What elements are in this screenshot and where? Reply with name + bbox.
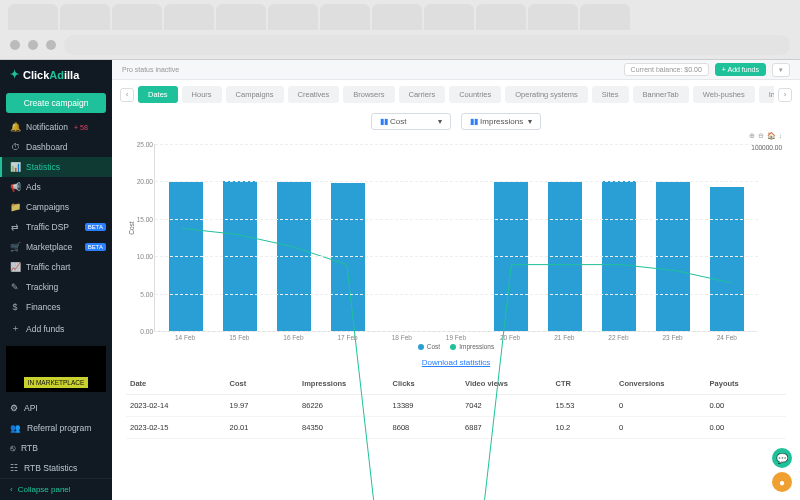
- tab-campaigns[interactable]: Campaigns: [226, 86, 284, 103]
- sidebar-promo[interactable]: IN MARKETPLACE: [6, 346, 106, 392]
- tracking-icon: ✎: [10, 282, 20, 292]
- browser-chrome: [0, 0, 800, 60]
- table-header: Date: [130, 379, 230, 388]
- ads-icon: 📢: [10, 182, 20, 192]
- sidebar-item-ads[interactable]: 📢Ads: [0, 177, 112, 197]
- url-bar[interactable]: [64, 35, 790, 55]
- tab-hours[interactable]: Hours: [182, 86, 222, 103]
- table-header: Conversions: [619, 379, 710, 388]
- tab-web-pushes[interactable]: Web-pushes: [693, 86, 755, 103]
- tab-in-page[interactable]: In-page: [759, 86, 774, 103]
- chart-bar: [710, 187, 744, 331]
- chevron-left-icon: ‹: [10, 485, 13, 494]
- tab-creatives[interactable]: Creatives: [288, 86, 340, 103]
- chart-legend: Cost Impressions: [126, 341, 786, 350]
- chart-selectors: ▮▮ Cost ▾ ▮▮ Impressions ▾: [112, 109, 800, 132]
- logo-icon: ✦: [10, 68, 19, 81]
- user-menu[interactable]: ▾: [772, 63, 790, 77]
- chart-toolbar[interactable]: ⊕⊖🏠↓: [749, 132, 783, 140]
- tab-dates[interactable]: Dates: [138, 86, 178, 103]
- main-content: Pro status inactive Current balance: $0.…: [112, 60, 800, 500]
- chevron-down-icon: ▾: [528, 117, 532, 126]
- tab-operating-systems[interactable]: Operating systems: [505, 86, 588, 103]
- chart-tool[interactable]: ⊕: [749, 132, 755, 140]
- collapse-panel-button[interactable]: ‹ Collapse panel: [0, 478, 112, 500]
- tabs-scroll-right[interactable]: ›: [778, 88, 792, 102]
- create-campaign-button[interactable]: Create campaign: [6, 93, 106, 113]
- sidebar: ✦ ClickAdilla Create campaign 🔔Notificat…: [0, 60, 112, 500]
- table-header: Impressions: [302, 379, 393, 388]
- status-text: Pro status inactive: [122, 66, 179, 73]
- sidebar-item-rtb[interactable]: ⎋RTB: [0, 438, 112, 458]
- topbar: Pro status inactive Current balance: $0.…: [112, 60, 800, 80]
- traffic dsp-icon: ⇄: [10, 222, 20, 232]
- bar-chart-icon: ▮▮: [380, 117, 388, 126]
- chart: 0.005.0010.0015.0020.0025.00 Cost Impres…: [154, 144, 758, 332]
- sidebar-item-referral-program[interactable]: 👥Referral program: [0, 418, 112, 438]
- table-row: 2023-02-1520.01843508608688710.200.00: [126, 417, 786, 439]
- sidebar-item-tracking[interactable]: ✎Tracking: [0, 277, 112, 297]
- sidebar-item-notification[interactable]: 🔔Notification+ 58: [0, 117, 112, 137]
- tab-bannertab[interactable]: BannerTab: [633, 86, 689, 103]
- balance-pill: Current balance: $0.00: [624, 63, 709, 76]
- dashboard-icon: ⏱: [10, 142, 20, 152]
- sidebar-item-campaigns[interactable]: 📁Campaigns: [0, 197, 112, 217]
- browser-url-row: [0, 30, 800, 60]
- table-header: Payouts: [710, 379, 782, 388]
- segment-tabs: ‹ DatesHoursCampaignsCreativesBrowsersCa…: [112, 80, 800, 109]
- promo-tag: IN MARKETPLACE: [24, 377, 89, 388]
- tab-sites[interactable]: Sites: [592, 86, 629, 103]
- add-funds-button[interactable]: + Add funds: [715, 63, 766, 76]
- sidebar-nav: 🔔Notification+ 58⏱Dashboard📊Statistics📢A…: [0, 117, 112, 340]
- sidebar-item-api[interactable]: ⚙API: [0, 398, 112, 418]
- browser-tab-strip: [0, 0, 800, 30]
- tab-countries[interactable]: Countries: [449, 86, 501, 103]
- floating-actions: 💬●: [772, 448, 792, 492]
- chevron-down-icon: ▾: [438, 117, 442, 126]
- table-row: 2023-02-1419.978622613389704215.5300.00: [126, 395, 786, 417]
- table-header: Clicks: [393, 379, 465, 388]
- fab-button[interactable]: ●: [772, 472, 792, 492]
- sidebar-item-marketplace[interactable]: 🛒MarketplaceBETA: [0, 237, 112, 257]
- bar-chart-icon: ▮▮: [470, 117, 478, 126]
- sidebar-item-traffic-chart[interactable]: 📈Traffic chart: [0, 257, 112, 277]
- notification-icon: 🔔: [10, 122, 20, 132]
- table-header: CTR: [556, 379, 619, 388]
- chart-tool[interactable]: 🏠: [767, 132, 776, 140]
- stats-table: DateCostImpressionsClicksVideo viewsCTRC…: [112, 373, 800, 439]
- finances-icon: $: [10, 302, 20, 312]
- y-axis-label: Cost: [128, 221, 135, 234]
- sidebar-item-add-funds[interactable]: ＋Add funds: [0, 317, 112, 340]
- sidebar-item-traffic-dsp[interactable]: ⇄Traffic DSPBETA: [0, 217, 112, 237]
- logo: ✦ ClickAdilla: [0, 60, 112, 89]
- statistics-icon: 📊: [10, 162, 20, 172]
- sidebar-bottom-nav: ⚙API👥Referral program⎋RTB☷RTB Statistics: [0, 398, 112, 478]
- metric-select-impressions[interactable]: ▮▮ Impressions ▾: [461, 113, 541, 130]
- metric-select-cost[interactable]: ▮▮ Cost ▾: [371, 113, 451, 130]
- marketplace-icon: 🛒: [10, 242, 20, 252]
- chart-tool[interactable]: ↓: [779, 132, 783, 140]
- tabs-scroll-left[interactable]: ‹: [120, 88, 134, 102]
- traffic chart-icon: 📈: [10, 262, 20, 272]
- tab-browsers[interactable]: Browsers: [343, 86, 394, 103]
- chart-tool[interactable]: ⊖: [758, 132, 764, 140]
- chart-area: ⊕⊖🏠↓ 100000.00 0.005.0010.0015.0020.0025…: [112, 132, 800, 352]
- tab-carriers[interactable]: Carriers: [399, 86, 446, 103]
- fab-button[interactable]: 💬: [772, 448, 792, 468]
- sidebar-item-finances[interactable]: $Finances: [0, 297, 112, 317]
- sidebar-item-statistics[interactable]: 📊Statistics: [0, 157, 112, 177]
- add funds-icon: ＋: [10, 322, 20, 335]
- sidebar-item-rtb-statistics[interactable]: ☷RTB Statistics: [0, 458, 112, 478]
- table-header: Cost: [230, 379, 302, 388]
- table-header: Video views: [465, 379, 556, 388]
- download-statistics-link[interactable]: Download statistics: [112, 352, 800, 373]
- sidebar-item-dashboard[interactable]: ⏱Dashboard: [0, 137, 112, 157]
- campaigns-icon: 📁: [10, 202, 20, 212]
